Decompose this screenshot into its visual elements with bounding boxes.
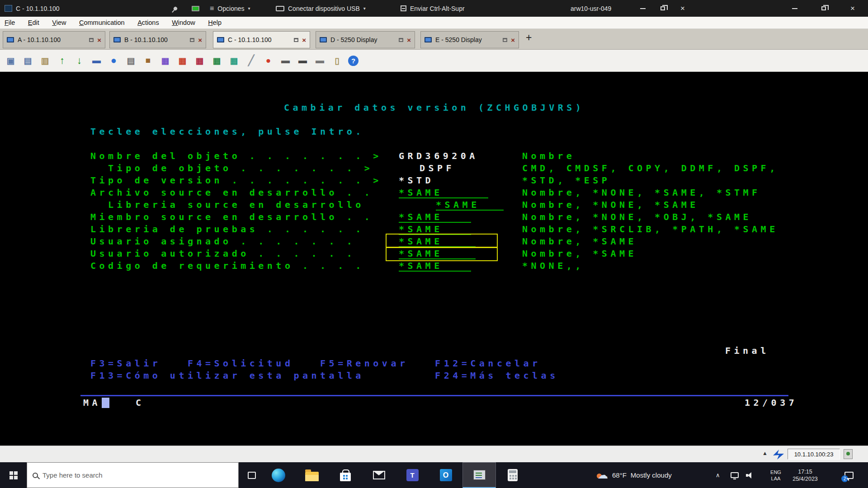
restore-icon[interactable]: [190, 38, 194, 42]
taskbar-app-edge[interactable]: [262, 462, 295, 488]
restore-button[interactable]: [809, 0, 838, 17]
menu-communication[interactable]: Communication: [79, 17, 125, 28]
tray-network-button[interactable]: [731, 462, 739, 488]
field-row-source-library: Libreria source en desarrollo *SAME Nomb…: [0, 199, 868, 211]
taskbar-app-teams[interactable]: [396, 462, 429, 488]
clipboard-view-icon[interactable]: ▯: [331, 55, 343, 67]
minimize-button[interactable]: [780, 0, 809, 17]
menu-window[interactable]: Window: [172, 17, 195, 28]
scroll-arrow-icon[interactable]: ▲: [762, 450, 768, 456]
final-row: Final: [0, 345, 868, 357]
status-row: MA C 12/037: [0, 397, 868, 409]
close-icon[interactable]: ×: [407, 37, 411, 43]
field-options: Nombre, *SAME: [522, 248, 637, 260]
action-center-button[interactable]: 2: [840, 462, 858, 488]
menu-edit[interactable]: Edit: [28, 17, 39, 28]
edge-icon: [272, 469, 285, 482]
tray-overflow-button[interactable]: ∧: [716, 462, 720, 488]
send-ctrl-alt-del-button[interactable]: Enviar Ctrl-Alt-Supr: [401, 0, 465, 17]
color-mapping-icon[interactable]: ▦: [176, 55, 189, 67]
spreadsheet-icon[interactable]: ▦: [211, 55, 223, 67]
tray-volume-button[interactable]: [746, 462, 752, 488]
tab-session-c[interactable]: C - 10.1.10.100 ×: [213, 31, 310, 48]
input-field[interactable]: *SAME: [436, 199, 504, 211]
menu-bar: File Edit View Communication Actions Win…: [0, 17, 868, 29]
save-screen-icon[interactable]: ▬: [90, 55, 103, 67]
restore-icon[interactable]: [503, 38, 507, 42]
close-icon[interactable]: ×: [198, 37, 202, 43]
menu-view[interactable]: View: [52, 17, 66, 28]
tab-session-b[interactable]: B - 10.1.10.100 ×: [109, 31, 206, 48]
receive-file-icon[interactable]: ↓: [73, 55, 85, 67]
windows-taskbar: ☁ 68°F Mostly cloudy ∧ ENG LAA 17:15 25/…: [0, 462, 868, 488]
weather-widget[interactable]: ☁ 68°F Mostly cloudy: [598, 462, 672, 488]
tab-session-d[interactable]: D - 5250 Display ×: [316, 31, 415, 48]
remote-screen-button[interactable]: [192, 0, 199, 17]
cut-icon[interactable]: ╱: [245, 55, 257, 67]
print-icon[interactable]: ▬: [279, 55, 292, 67]
console-title-bar: C - 10.1.10.100 ≡ Opciones ▾ Conectar di…: [0, 0, 868, 17]
toolbar: ▣ ▤ ▥ ↑ ↓ ▬ ● ▤ ■ ▦ ▦ ▦ ▦ ▦ ╱ ● ▬ ▬ ▬ ▯ …: [0, 50, 868, 72]
web-session-icon[interactable]: ●: [108, 55, 120, 67]
restore-icon[interactable]: [399, 38, 403, 42]
close-icon[interactable]: ×: [511, 37, 515, 43]
taskbar-app-calculator[interactable]: [496, 462, 529, 488]
display-setup-icon[interactable]: ▦: [159, 55, 171, 67]
minimize-button[interactable]: [633, 0, 653, 17]
tab-session-e[interactable]: E - 5250 Display ×: [420, 31, 519, 48]
horizontal-scrollbar[interactable]: ▲ 10.1.10.100:23: [0, 446, 868, 462]
start-button[interactable]: [0, 462, 27, 488]
print-list-icon[interactable]: ▤: [125, 55, 137, 67]
tab-session-a[interactable]: A - 10.1.10.100 ×: [3, 31, 105, 48]
hamburger-icon: ≡: [210, 5, 214, 12]
field-value: GRD36920A: [399, 150, 478, 162]
add-session-button[interactable]: +: [526, 33, 532, 43]
keyboard-setup-icon[interactable]: ▦: [193, 55, 206, 67]
field-row-version-type: Tipo de version . . . . . . . . > *STD *…: [0, 174, 868, 187]
usb-device-button[interactable]: Conectar dispositivo USB ▾: [276, 0, 366, 17]
status-separator-line: [80, 395, 788, 396]
terminal-screen[interactable]: Cambiar datos version (ZCHGOBJVRS) Tecle…: [0, 72, 868, 446]
options-menu-button[interactable]: ≡ Opciones ▾: [210, 0, 250, 17]
language-indicator[interactable]: ENG LAA: [767, 462, 785, 488]
close-button[interactable]: ×: [673, 0, 693, 17]
window-title-group: C - 10.1.10.100: [5, 0, 60, 17]
close-icon[interactable]: ×: [97, 37, 101, 43]
task-view-button[interactable]: [241, 462, 262, 488]
pin-toolbar-button[interactable]: [174, 0, 177, 17]
taskbar-app-terminal-emulator[interactable]: [462, 462, 496, 488]
print-job-icon[interactable]: ▬: [297, 55, 309, 67]
field-label: Tipo de version . . . . . . . . >: [90, 174, 382, 187]
send-file-icon[interactable]: ↑: [56, 55, 68, 67]
paste-icon[interactable]: ▥: [39, 55, 51, 67]
input-field[interactable]: *SAME: [399, 211, 471, 223]
close-icon[interactable]: ×: [302, 37, 306, 43]
restore-button[interactable]: [653, 0, 673, 17]
record-macro-icon[interactable]: ●: [262, 55, 274, 67]
tab-label: E - 5250 Display: [435, 36, 499, 43]
help-icon[interactable]: ?: [348, 56, 359, 66]
field-options: Nombre, *SRCLIB, *PATH, *SAME: [522, 223, 778, 235]
clock[interactable]: 17:15 25/4/2023: [789, 462, 821, 488]
restore-icon[interactable]: [89, 38, 94, 42]
search-box[interactable]: [27, 462, 239, 488]
taskbar-app-store[interactable]: [329, 462, 362, 488]
search-input[interactable]: [42, 471, 238, 479]
input-field[interactable]: *SAME: [399, 187, 488, 198]
tab-label: A - 10.1.10.100: [18, 36, 85, 43]
taskbar-app-file-explorer[interactable]: [295, 462, 329, 488]
data-transfer-icon[interactable]: ▦: [228, 55, 240, 67]
copy-append-icon[interactable]: ▤: [22, 55, 34, 67]
field-row-source-file: Archivo source en desarrollo . . *SAME N…: [0, 187, 868, 199]
input-field[interactable]: *SAME: [399, 260, 471, 272]
file-package-icon[interactable]: ■: [142, 55, 154, 67]
restore-icon[interactable]: [294, 38, 298, 42]
menu-actions[interactable]: Actions: [137, 17, 159, 28]
copy-icon[interactable]: ▣: [5, 55, 17, 67]
taskbar-app-outlook[interactable]: [429, 462, 462, 488]
taskbar-app-mail[interactable]: [362, 462, 396, 488]
menu-help[interactable]: Help: [208, 17, 222, 28]
menu-file[interactable]: File: [5, 17, 15, 28]
print-setup-icon[interactable]: ▬: [314, 55, 326, 67]
close-button[interactable]: ×: [838, 0, 867, 17]
